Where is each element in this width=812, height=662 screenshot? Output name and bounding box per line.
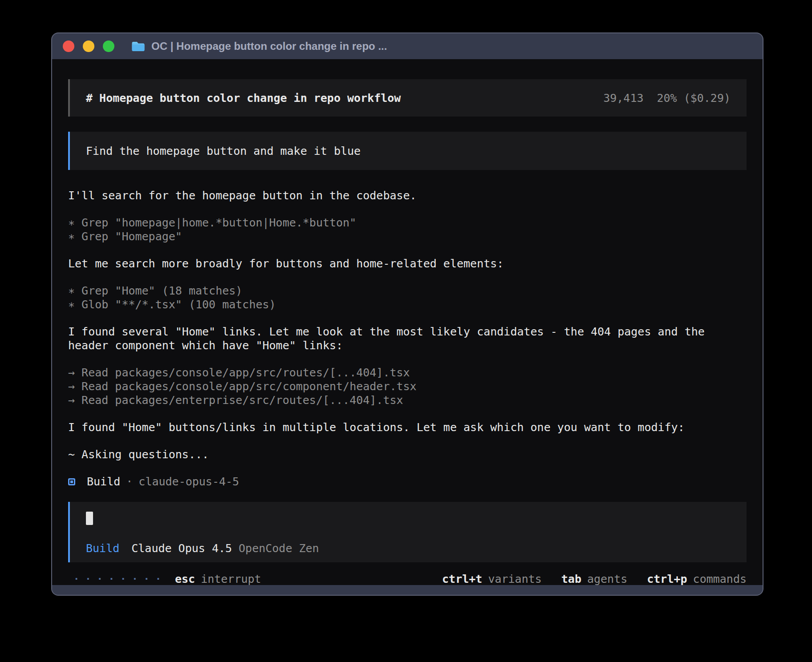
terminal-content: # Homepage button color change in repo w… [52, 59, 763, 585]
session-header: # Homepage button color change in repo w… [68, 79, 747, 117]
assistant-status-text: ~ Asking questions... [68, 448, 747, 461]
hint-variants: ctrl+tvariants [442, 572, 542, 585]
input-meta: Build Claude Opus 4.5 OpenCode Zen [86, 541, 319, 555]
hint-label: commands [693, 573, 747, 585]
assistant-text: I'll search for the homepage button in t… [68, 189, 747, 202]
tool-call: ∗ Grep "Homepage" [68, 230, 747, 243]
window-titlebar: OC | Homepage button color change in rep… [52, 33, 763, 59]
context-percentage: 20% [657, 92, 677, 105]
status-bar: ········ escinterrupt ctrl+tvariants tab… [68, 572, 747, 585]
agent-square-icon [68, 478, 75, 485]
folder-icon [131, 41, 145, 52]
hint-label: agents [587, 573, 627, 585]
window-title: OC | Homepage button color change in rep… [151, 41, 387, 52]
token-count: 39,413 [603, 92, 643, 105]
tool-call-group: → Read packages/console/app/src/routes/[… [68, 366, 747, 407]
tool-call: ∗ Glob "**/*.tsx" (100 matches) [68, 298, 747, 311]
zoom-button[interactable] [103, 40, 114, 52]
hint-key: ctrl+t [442, 573, 482, 585]
tool-call: → Read packages/console/app/src/routes/[… [68, 366, 747, 379]
hint-key: esc [175, 573, 195, 585]
close-button[interactable] [63, 40, 74, 52]
agent-model: claude-opus-4-5 [138, 475, 239, 488]
hint-commands: ctrl+pcommands [647, 572, 747, 585]
agent-name: Build [87, 475, 120, 488]
status-bar-right: ctrl+tvariants tabagents ctrl+pcommands [422, 572, 747, 585]
window-bottom-edge [52, 585, 763, 595]
hint-label: interrupt [201, 573, 261, 585]
spinner-dots-icon: ········ [73, 572, 167, 585]
input-provider-label: OpenCode Zen [239, 541, 319, 555]
session-cost: ($0.29) [684, 92, 731, 105]
hint-key: ctrl+p [647, 573, 687, 585]
text-cursor [86, 512, 93, 525]
terminal-window: OC | Homepage button color change in rep… [52, 33, 763, 595]
assistant-text: I found several "Home" links. Let me loo… [68, 325, 747, 352]
hint-label: variants [488, 573, 541, 585]
tool-call: → Read packages/enterprise/src/routes/[.… [68, 393, 747, 407]
assistant-response: I'll search for the homepage button in t… [68, 189, 747, 488]
prompt-input[interactable]: Build Claude Opus 4.5 OpenCode Zen [68, 502, 747, 562]
tool-call: ∗ Grep "Home" (18 matches) [68, 284, 747, 298]
user-message: Find the homepage button and make it blu… [68, 132, 747, 170]
input-model-label: Claude Opus 4.5 [131, 541, 232, 555]
hint-agents: tabagents [561, 572, 627, 585]
tool-call: ∗ Grep "homepage|home.*button|Home.*butt… [68, 216, 747, 230]
agent-status: Build · claude-opus-4-5 [68, 475, 747, 488]
minimize-button[interactable] [83, 40, 94, 52]
hint-key: tab [561, 573, 581, 585]
session-stats: 39,41320%($0.29) [603, 91, 731, 105]
hint-interrupt: escinterrupt [175, 572, 261, 585]
tool-call-group: ∗ Grep "Home" (18 matches) ∗ Glob "**/*.… [68, 284, 747, 311]
separator-dot: · [126, 475, 133, 488]
status-bar-left: ········ escinterrupt [68, 572, 261, 585]
input-mode-label: Build [86, 541, 119, 555]
assistant-text: I found "Home" buttons/links in multiple… [68, 420, 747, 434]
tool-call: → Read packages/console/app/src/componen… [68, 379, 747, 393]
session-title: # Homepage button color change in repo w… [86, 91, 401, 105]
tool-call-group: ∗ Grep "homepage|home.*button|Home.*butt… [68, 216, 747, 243]
user-message-text: Find the homepage button and make it blu… [86, 144, 361, 158]
window-controls [63, 40, 114, 52]
assistant-text: Let me search more broadly for buttons a… [68, 257, 747, 270]
